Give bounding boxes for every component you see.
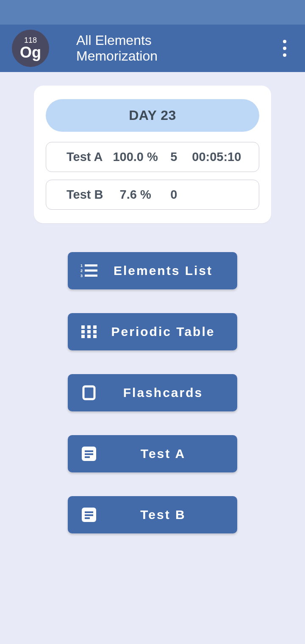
document-icon	[68, 507, 110, 523]
test-time: 00:05:10	[185, 150, 249, 164]
button-label: Periodic Table	[110, 325, 237, 339]
svg-rect-8	[93, 325, 97, 329]
svg-rect-23	[85, 517, 90, 519]
document-icon	[68, 446, 110, 462]
svg-rect-15	[83, 386, 94, 399]
svg-rect-21	[85, 511, 93, 513]
button-label: Test B	[110, 508, 237, 522]
test-percent: 7.6 %	[108, 188, 163, 202]
status-bar	[0, 0, 305, 25]
flashcards-button[interactable]: Flashcards	[68, 374, 237, 411]
periodic-table-button[interactable]: Periodic Table	[68, 313, 237, 350]
svg-rect-17	[85, 450, 93, 452]
numbered-list-icon: 1 2 3	[68, 264, 110, 278]
button-label: Test A	[110, 447, 237, 461]
svg-rect-9	[81, 330, 85, 333]
svg-rect-11	[93, 330, 97, 333]
svg-rect-10	[87, 330, 91, 333]
svg-text:3: 3	[80, 274, 84, 278]
svg-rect-7	[87, 325, 91, 329]
button-label: Elements List	[110, 264, 237, 278]
logo-atomic-number: 118	[24, 36, 37, 44]
app-logo[interactable]: 118 Og	[12, 30, 49, 67]
test-row-b[interactable]: Test B 7.6 % 0	[46, 180, 259, 210]
app-bar: 118 Og All Elements Memorization	[0, 25, 305, 72]
svg-rect-14	[93, 335, 97, 338]
page-title: All Elements Memorization	[76, 33, 229, 64]
test-percent: 100.0 %	[108, 150, 163, 164]
svg-rect-5	[85, 275, 97, 277]
overflow-menu-button[interactable]	[278, 35, 291, 62]
test-b-button[interactable]: Test B	[68, 496, 237, 533]
svg-rect-19	[85, 456, 90, 458]
test-name: Test B	[56, 188, 108, 202]
elements-list-button[interactable]: 1 2 3 Elements List	[68, 252, 237, 289]
test-count: 0	[163, 188, 184, 202]
svg-rect-4	[85, 269, 97, 272]
svg-rect-6	[81, 325, 85, 329]
nav-buttons: 1 2 3 Elements List Perio	[0, 252, 305, 533]
test-a-button[interactable]: Test A	[68, 435, 237, 472]
day-badge: DAY 23	[46, 99, 259, 132]
test-count: 5	[163, 150, 184, 164]
progress-card: DAY 23 Test A 100.0 % 5 00:05:10 Test B …	[34, 86, 271, 223]
svg-rect-12	[81, 335, 85, 338]
svg-text:2: 2	[80, 269, 84, 273]
test-name: Test A	[56, 150, 108, 164]
logo-element-symbol: Og	[20, 45, 41, 60]
svg-rect-22	[85, 514, 93, 516]
card-icon	[68, 385, 110, 400]
svg-text:1: 1	[80, 264, 84, 268]
button-label: Flashcards	[110, 386, 237, 400]
svg-rect-13	[87, 335, 91, 338]
svg-rect-3	[85, 264, 97, 266]
grid-icon	[68, 325, 110, 338]
test-row-a[interactable]: Test A 100.0 % 5 00:05:10	[46, 142, 259, 172]
svg-rect-18	[85, 453, 93, 455]
dots-vertical-icon	[283, 40, 286, 43]
